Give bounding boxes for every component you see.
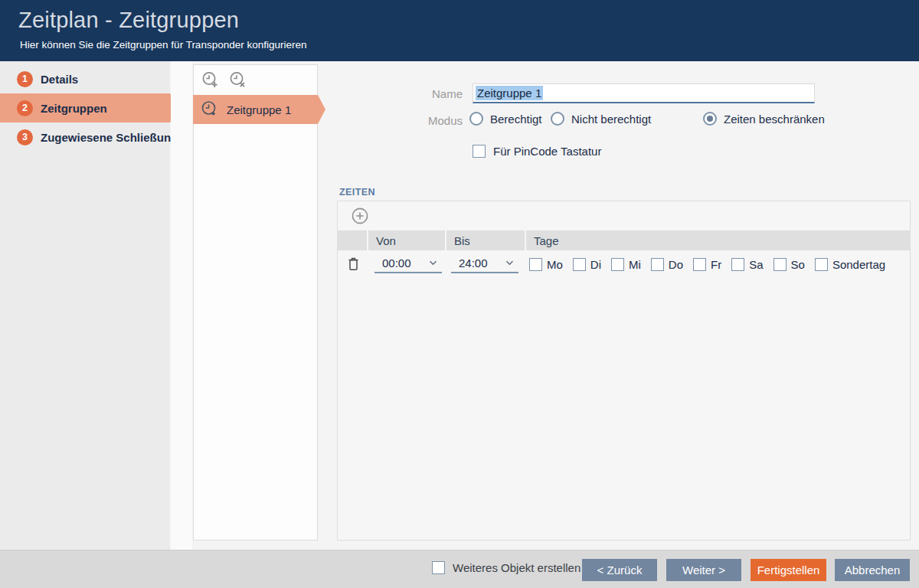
wizard-step-sidebar: 1 Details 2 Zeitgruppen 3 Zugewiesene Sc… [0,61,170,550]
name-input-value: Zeitgruppe 1 [476,86,543,100]
add-time-group-button[interactable] [200,70,221,91]
next-button[interactable]: Weiter > [666,559,741,581]
radio-berechtigt[interactable]: Berechtigt [469,112,542,126]
zeiten-table-row: 00:00 24:00 Mo [338,250,910,278]
day-checkbox-mi[interactable]: Mi [611,258,641,271]
day-label: Fr [711,258,721,271]
bis-dropdown[interactable]: 24:00 [451,255,518,273]
add-circle-icon [351,207,369,225]
step-number-badge: 2 [17,100,33,116]
day-checkbox-mo[interactable]: Mo [529,258,563,271]
wizard-step-label: Zugewiesene Schließungen [41,131,191,144]
radio-circle [469,112,483,126]
header-cell-actions [338,230,367,250]
pincode-checkbox[interactable]: Für PinCode Tastatur [473,145,601,158]
checkbox-box [773,258,787,271]
clock-icon [200,100,220,119]
selected-item-arrow [318,95,325,124]
time-group-list-panel: Zeitgruppe 1 [193,64,318,541]
page-title: Zeitplan - Zeitgruppen [18,8,239,33]
day-checkbox-sondertag[interactable]: Sondertag [815,258,885,271]
von-dropdown[interactable]: 00:00 [374,255,442,273]
day-checkbox-di[interactable]: Di [573,258,601,271]
day-label: Sondertag [832,258,885,271]
zeiten-section-label: ZEITEN [339,187,375,198]
radio-nicht-berechtigt[interactable]: Nicht berechtigt [551,112,651,126]
day-label: Mo [547,258,563,271]
time-group-list-item[interactable]: Zeitgruppe 1 [193,95,318,124]
wizard-step-label: Details [41,73,78,86]
back-button[interactable]: < Zurück [582,559,657,581]
create-another-checkbox[interactable]: Weiteres Objekt erstellen [432,561,581,574]
checkbox-box [432,561,445,574]
checkbox-box [693,258,706,271]
bis-cell: 24:00 [446,255,526,273]
checkbox-box [611,258,624,271]
zeiten-table-header: Von Bis Tage [338,230,910,250]
checkbox-box [731,258,744,271]
chevron-down-icon [505,260,514,266]
day-checkbox-so[interactable]: So [773,258,805,271]
checkbox-box [473,145,486,158]
day-label: Sa [749,258,763,271]
step-number-badge: 3 [17,129,33,145]
radio-label: Zeiten beschränken [724,113,825,126]
delete-row-button[interactable] [345,256,361,272]
wizard-step-schliessungen[interactable]: 3 Zugewiesene Schließungen [0,122,170,152]
von-value: 00:00 [382,256,411,270]
radio-zeiten-beschraenken[interactable]: Zeiten beschränken [703,112,825,126]
checkbox-box [573,258,586,271]
name-field-label: Name [360,87,463,100]
clock-delete-icon [228,70,248,90]
finish-button[interactable]: Fertigstellen [751,559,826,581]
day-label: So [791,258,805,271]
day-label: Do [669,258,683,271]
add-time-row-button[interactable] [349,205,371,227]
radio-circle [551,112,564,126]
cancel-button[interactable]: Abbrechen [835,559,910,581]
wizard-step-zeitgruppen[interactable]: 2 Zeitgruppen [0,93,170,122]
zeiten-toolbar [338,201,910,230]
checkbox-box [529,258,542,271]
pincode-checkbox-label: Für PinCode Tastatur [493,145,601,158]
wizard-step-details[interactable]: 1 Details [0,64,170,93]
radio-label: Nicht berechtigt [571,113,651,126]
day-checkbox-do[interactable]: Do [651,258,683,271]
wizard-dialog: Zeitplan - Zeitgruppen Hier können Sie d… [0,0,919,588]
dialog-header: Zeitplan - Zeitgruppen Hier können Sie d… [0,0,919,61]
page-subtitle: Hier können Sie die Zeitgruppen für Tran… [20,39,306,51]
day-label: Di [590,258,601,271]
day-checkbox-fr[interactable]: Fr [693,258,721,271]
modus-field-label: Modus [360,114,463,127]
row-actions-cell [338,256,368,272]
time-group-toolbar [194,65,317,96]
delete-time-group-button[interactable] [227,70,249,91]
tage-cell: Mo Di Mi Do Fr [526,258,910,271]
day-label: Mi [629,258,641,271]
step-number-badge: 1 [17,71,33,87]
header-cell-tage: Tage [526,230,910,250]
header-cell-von: Von [368,230,445,250]
wizard-step-label: Zeitgruppen [41,102,107,115]
zeiten-panel: Von Bis Tage 00:00 [337,201,911,541]
dialog-footer: Weiteres Objekt erstellen < Zurück Weite… [0,550,919,588]
radio-label: Berechtigt [490,113,542,126]
day-checkbox-sa[interactable]: Sa [731,258,763,271]
bis-value: 24:00 [459,256,488,270]
radio-circle [703,112,717,126]
panel-gutter [171,61,192,550]
clock-add-icon [201,70,221,90]
time-group-item-label: Zeitgruppe 1 [227,103,291,116]
checkbox-box [651,258,664,271]
von-cell: 00:00 [368,255,446,273]
trash-icon [348,257,359,271]
header-cell-bis: Bis [446,230,525,250]
checkbox-box [815,258,828,271]
create-another-label: Weiteres Objekt erstellen [453,561,581,574]
name-input[interactable]: Zeitgruppe 1 [473,83,815,103]
chevron-down-icon [429,260,437,266]
